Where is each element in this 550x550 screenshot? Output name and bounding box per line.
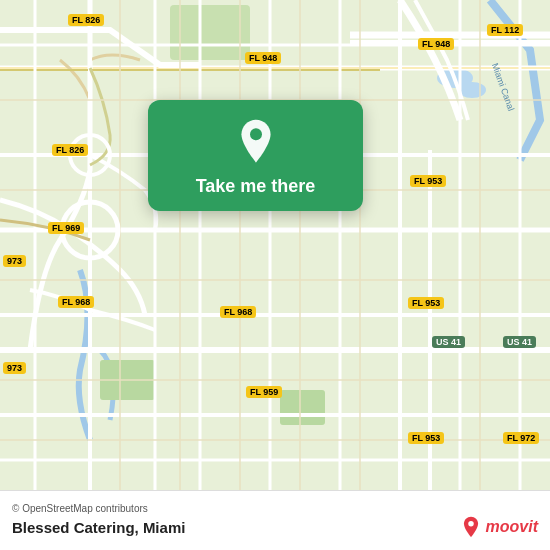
svg-point-42 — [468, 521, 474, 527]
route-label-973-bot: 973 — [3, 362, 26, 374]
route-label-us41-right: US 41 — [432, 336, 465, 348]
pin-icon — [232, 118, 280, 166]
location-name: Blessed Catering, Miami — [12, 519, 185, 536]
route-label-fl112: FL 112 — [487, 24, 523, 36]
bottom-bar: © OpenStreetMap contributors Blessed Cat… — [0, 490, 550, 550]
map: FL 826 FL 112 FL 948 FL 948 FL 826 FL 95… — [0, 0, 550, 490]
route-label-fl953-mid: FL 953 — [408, 297, 444, 309]
moovit-text: moovit — [486, 518, 538, 536]
route-label-fl953-right: FL 953 — [410, 175, 446, 187]
location-card[interactable]: Take me there — [148, 100, 363, 211]
route-label-fl968-left: FL 968 — [58, 296, 94, 308]
route-label-fl826-top: FL 826 — [68, 14, 104, 26]
take-me-there-button[interactable]: Take me there — [196, 176, 316, 197]
route-label-fl959: FL 959 — [246, 386, 282, 398]
route-label-us41-far: US 41 — [503, 336, 536, 348]
osm-attribution: © OpenStreetMap contributors — [12, 503, 538, 514]
route-label-fl969: FL 969 — [48, 222, 84, 234]
route-label-fl968-mid: FL 968 — [220, 306, 256, 318]
route-label-fl826-mid: FL 826 — [52, 144, 88, 156]
moovit-pin-icon — [460, 516, 482, 538]
svg-rect-3 — [170, 5, 250, 60]
route-label-fl953-bot: FL 953 — [408, 432, 444, 444]
moovit-logo: moovit — [460, 516, 538, 538]
svg-point-41 — [250, 128, 262, 140]
route-label-fl972: FL 972 — [503, 432, 539, 444]
route-label-fl948-right: FL 948 — [418, 38, 454, 50]
svg-rect-5 — [280, 390, 325, 425]
route-label-973-top: 973 — [3, 255, 26, 267]
route-label-fl948-left: FL 948 — [245, 52, 281, 64]
